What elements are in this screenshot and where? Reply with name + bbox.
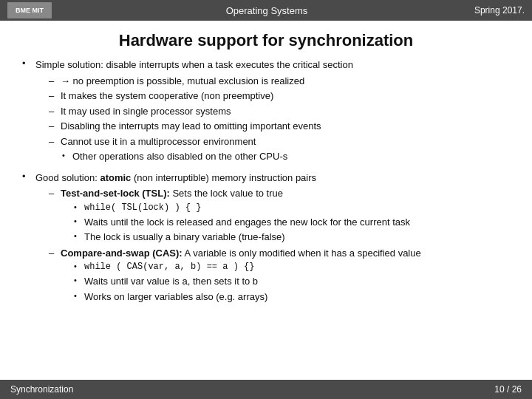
content-area: • Simple solution: disable interrupts wh…	[0, 58, 532, 305]
footer-left: Synchronization	[10, 384, 73, 395]
bullet-dot-2: •	[22, 171, 35, 182]
cas-bullet-0: •	[74, 260, 84, 273]
cas-bullet-1: •	[74, 274, 84, 287]
tsl-label: Test-and-set-lock (TSL):	[61, 188, 170, 199]
footer-right: 10 / 26	[494, 384, 522, 395]
cas-bullet-2: •	[74, 290, 84, 302]
tsl-bullet-2: •	[74, 230, 84, 242]
bullet-dot-1: •	[22, 58, 35, 69]
bullet-2-sublist: – Test-and-set-lock (TSL): Sets the lock…	[49, 186, 421, 304]
sub-item-1-3: – Disabling the interrupts may lead to o…	[49, 119, 353, 134]
logo-text: BME MIT	[16, 7, 44, 14]
header-title: Operating Systems	[59, 5, 474, 16]
cas-dash: –	[49, 246, 61, 261]
tsl-sublist: • while( TSL(lock) ) { } • Waits until t…	[74, 201, 410, 245]
sub-sub-item-1-0: • Other operations also disabled on the …	[62, 149, 353, 164]
dash-4: –	[49, 134, 61, 149]
cas-sublist: • while ( CAS(var, a, b) == a ) {} • Wai…	[74, 260, 421, 304]
tsl-sub-0: • while( TSL(lock) ) { }	[74, 201, 410, 214]
dash-2: –	[49, 104, 61, 119]
tsl-bullet-1: •	[74, 215, 84, 228]
logo: BME MIT	[7, 2, 52, 18]
cas-sub-1: • Waits until var value is a, then sets …	[74, 274, 421, 289]
small-bullet-0: •	[62, 149, 72, 162]
bullet-2-text: Good solution: atomic (non interruptible…	[35, 171, 421, 306]
page-title: Hardware support for synchronization	[0, 31, 532, 50]
sub-item-1-2: – It may used in single processor system…	[49, 104, 353, 119]
cas-item: – Compare-and-swap (CAS): A variable is …	[49, 246, 421, 305]
sub-sub-list-1: • Other operations also disabled on the …	[62, 149, 353, 164]
cas-sub-2: • Works on larger variables also (e.g. a…	[74, 290, 421, 304]
atomic-bold: atomic	[100, 172, 131, 183]
bullet-1-sublist: – → no preemption is possible, mutual ex…	[49, 74, 353, 164]
tsl-dash: –	[49, 186, 61, 201]
cas-content: Compare-and-swap (CAS): A variable is on…	[61, 246, 421, 305]
cas-label: Compare-and-swap (CAS):	[61, 248, 183, 259]
tsl-bullet-0: •	[74, 201, 84, 214]
tsl-sub-1: • Waits until the lock is released and e…	[74, 215, 410, 230]
bullet-1: • Simple solution: disable interrupts wh…	[22, 58, 510, 165]
tsl-content: Test-and-set-lock (TSL): Sets the lock v…	[61, 186, 410, 245]
footer: Synchronization 10 / 26	[0, 380, 532, 399]
tsl-sub-2: • The lock is usually a binary variable …	[74, 230, 410, 245]
cas-sub-0: • while ( CAS(var, a, b) == a ) {}	[74, 260, 421, 273]
sub-item-1-0: – → no preemption is possible, mutual ex…	[49, 74, 353, 89]
bullet-2: • Good solution: atomic (non interruptib…	[22, 171, 510, 306]
bullet-1-text: Simple solution: disable interrupts when…	[35, 58, 353, 165]
sub-item-1-4: – Cannot use it in a multiprocessor envi…	[49, 134, 353, 149]
header-right: Spring 2017.	[474, 5, 525, 16]
dash-3: –	[49, 119, 61, 134]
dash-1: –	[49, 89, 61, 103]
header-bar: BME MIT Operating Systems Spring 2017.	[0, 0, 532, 21]
tsl-item: – Test-and-set-lock (TSL): Sets the lock…	[49, 186, 421, 245]
dash-0: –	[49, 74, 61, 89]
sub-item-1-1: – It makes the system cooperative (non p…	[49, 89, 353, 103]
